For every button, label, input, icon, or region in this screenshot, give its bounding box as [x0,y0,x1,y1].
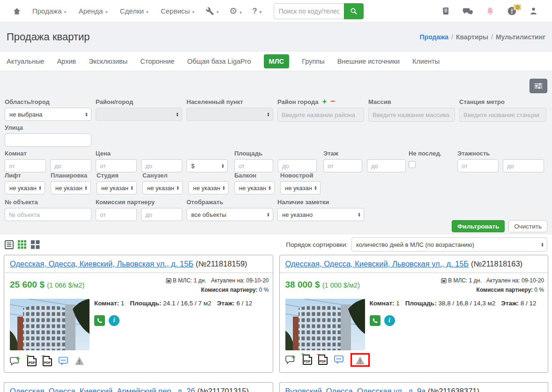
city-district-input[interactable] [277,108,364,122]
listing-title-link[interactable]: Одесская, Одесса, Киевский, Львовская ул… [285,259,469,268]
rooms-detail: Комнат: 1 [94,300,124,307]
bathroom-select[interactable]: не указано [142,181,183,194]
alert-circle-icon[interactable] [507,6,517,16]
wrench-icon[interactable] [206,7,219,15]
commission-to-input[interactable] [141,208,182,221]
tab-mls[interactable]: МЛС [264,54,290,68]
new-building-select[interactable]: не указано [280,181,321,194]
tab-exclusives[interactable]: Эксклюзивы [89,58,127,65]
filter-extra: не указано [188,172,229,194]
listing-title-link[interactable]: Вузовский, Одесса, Одесская ул., д. 9а [285,387,426,392]
clear-button[interactable]: Очистить [508,220,547,232]
tab-archive[interactable]: Архив [57,58,76,65]
area-from-input[interactable] [234,159,273,172]
home-icon[interactable] [13,7,21,15]
user-icon[interactable] [529,7,538,15]
info-icon[interactable]: i [109,315,119,326]
contacts-book-icon[interactable] [441,7,450,15]
filter-button[interactable]: Фильтровать [452,220,505,232]
chat-icon[interactable] [462,7,473,16]
price-to-input[interactable] [141,159,182,172]
calendar-icon [441,278,447,283]
storeys-to-input[interactable] [503,159,544,172]
floor-from-input[interactable] [323,159,362,172]
rooms-to-input[interactable] [50,159,91,172]
listing-title-link[interactable]: Одесская, Одесса, Киевский, Львовская ул… [10,259,194,268]
metro-input[interactable] [459,108,546,122]
filter-region: Область/город не выбрана [5,98,91,121]
tab-clients[interactable]: Клиенты [412,58,440,65]
warning-icon[interactable] [75,356,84,365]
studio-select[interactable]: не указано [97,181,137,194]
search-input[interactable] [274,3,344,19]
floor-detail: Этаж: 8 / 12 [501,300,536,307]
add-comment-icon[interactable] [285,355,297,365]
tab-external-sources[interactable]: Внешние источники [337,58,400,65]
menu-services[interactable]: Сервисы [161,7,194,15]
menu-sale-label: Продажа [32,7,62,15]
gear-icon[interactable]: ⚙ [229,6,242,16]
menu-sale[interactable]: Продажа [32,7,67,15]
settlement-select[interactable] [186,108,273,121]
filter-city-district: Район города+− [277,98,364,122]
pdf-remove-icon[interactable]: PDF− [43,356,52,366]
district-select[interactable] [96,108,182,121]
area-to-input[interactable] [278,159,317,172]
phone-icon[interactable] [370,315,380,326]
has-note-select[interactable]: не указано [277,208,364,221]
add-comment-icon[interactable] [10,356,21,366]
filter-metro-label: Станция метро [459,98,546,105]
pdf-remove-icon[interactable]: PDF− [318,355,328,365]
help-icon[interactable]: ? [252,7,261,16]
menu-deals[interactable]: Сделки [120,7,149,15]
commission-label: Комиссия партнеру: [201,287,257,293]
elevator-select[interactable]: не указано [5,181,45,194]
price-from-input[interactable] [96,159,137,172]
display-select[interactable]: все объекты [186,208,273,221]
mls-days-label: В МЛС: [448,277,467,284]
floor-to-input[interactable] [367,159,406,172]
currency-select[interactable]: $ [186,159,228,172]
comments-icon[interactable] [58,356,68,366]
not-last-checkbox[interactable] [409,161,416,168]
breadcrumb-link-sale[interactable]: Продажа [420,33,449,41]
pdf-add-icon[interactable]: PDF+ [303,355,312,365]
bell-icon[interactable] [485,7,495,16]
tab-actual[interactable]: Актуальные [7,58,45,65]
listing-photo[interactable] [285,299,365,350]
info-icon[interactable]: i [384,315,395,326]
tab-ligapro-base[interactable]: Общая база LigaPro [187,58,251,65]
commission-from-input[interactable] [96,208,137,221]
list-view-icon[interactable] [5,240,14,249]
tab-third-party[interactable]: Сторонние [140,58,174,65]
filter-has-note: Наличие заметки не указано [277,199,364,221]
menu-rent[interactable]: Аренда [79,7,108,15]
remove-district-button[interactable]: − [330,97,335,106]
tab-groups[interactable]: Группы [302,58,324,65]
storeys-from-input[interactable] [457,159,499,172]
filter-extra-label [188,172,229,179]
warning-icon[interactable] [355,356,365,365]
sort-order-select[interactable]: количество дней в МЛС (по возрастанию) [351,237,547,251]
pdf-add-icon[interactable]: PDF+ [27,356,37,366]
select-stepper-icon [267,212,270,217]
filter-settings-button[interactable] [530,79,547,93]
grid-view-icon[interactable] [18,240,27,249]
listing-photo[interactable] [10,299,90,350]
phone-icon[interactable] [94,315,105,326]
comments-icon[interactable] [334,355,344,365]
object-number-input[interactable] [5,208,91,221]
massif-input[interactable] [368,108,455,122]
region-select[interactable]: не выбрана [5,108,91,121]
search-button[interactable] [344,3,364,19]
layout-select[interactable]: не указано [51,181,91,194]
add-district-button[interactable]: + [322,97,327,106]
filter-floor: Этаж [323,150,406,172]
balcony-select[interactable]: не указано [234,181,275,194]
blocks-view-icon[interactable] [31,240,40,249]
listing-title-link[interactable]: Одесская, Одесса, Киевский, Армейский пе… [10,387,195,392]
street-input[interactable] [5,133,91,147]
filter-settlement: Населенный пункт [186,98,273,121]
extra-select[interactable]: не указано [188,181,229,194]
rooms-from-input[interactable] [5,159,46,172]
